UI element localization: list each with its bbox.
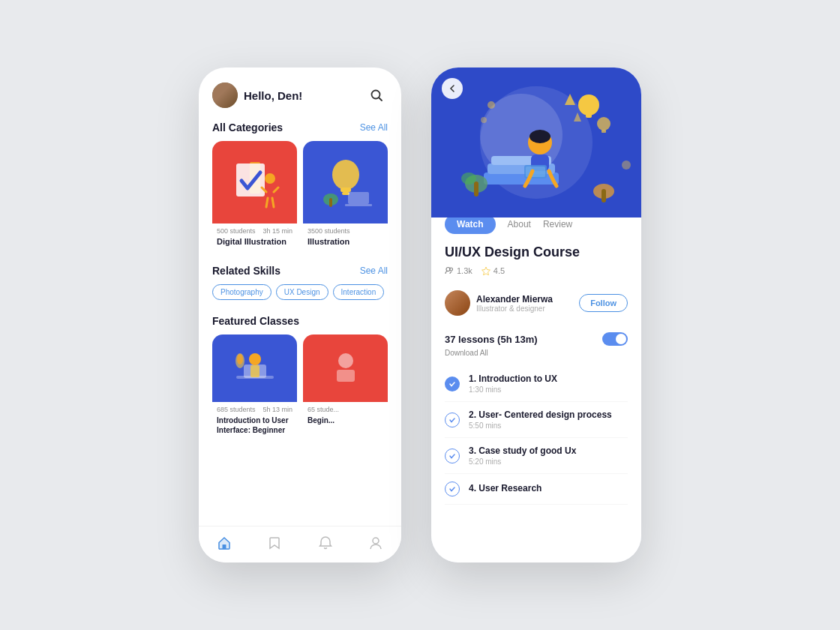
svg-point-0 xyxy=(372,91,380,99)
feat-stats-2: 65 stude... xyxy=(308,406,383,413)
lessons-count: 37 lessons (5h 13m) xyxy=(445,334,538,345)
svg-marker-53 xyxy=(482,267,490,275)
svg-point-4 xyxy=(265,173,275,184)
svg-point-45 xyxy=(461,172,476,184)
svg-point-36 xyxy=(530,130,550,143)
course-title: UI/UX Design Course xyxy=(445,244,628,260)
lesson-name-2: 2. User- Centered design process xyxy=(469,410,612,420)
svg-rect-5 xyxy=(266,184,274,198)
svg-point-10 xyxy=(332,160,359,190)
featured-illustration-1 xyxy=(225,338,285,398)
cat-students: 500 students xyxy=(217,227,256,235)
check-outline-4 xyxy=(445,482,460,496)
svg-line-8 xyxy=(266,198,268,207)
category-card-digital[interactable]: 500 students 3h 15 min Digital Illustrat… xyxy=(212,141,297,250)
star-icon xyxy=(482,266,490,275)
phone-left: Hello, Den! All Categories See All xyxy=(199,68,401,562)
hero-image xyxy=(431,68,641,218)
svg-rect-25 xyxy=(222,544,226,549)
bookmark-icon xyxy=(267,536,282,550)
lesson-text-4: 4. User Research xyxy=(469,483,542,495)
course-meta: 1.3k 4.5 xyxy=(445,266,628,275)
featured-card-ui[interactable]: 685 students 5h 13 min Introduction to U… xyxy=(212,334,297,439)
search-button[interactable] xyxy=(365,84,388,106)
category-card-img-blue xyxy=(303,141,388,224)
cat-stats-illustration: 3500 students xyxy=(308,227,383,235)
tab-review[interactable]: Review xyxy=(543,219,572,230)
check-outline-2 xyxy=(445,412,460,428)
svg-rect-14 xyxy=(329,198,332,207)
tag-photography[interactable]: Photography xyxy=(212,284,272,300)
categories-section-header: All Categories See All xyxy=(199,117,401,141)
toggle-knob xyxy=(616,334,626,344)
lesson-duration-1: 1:30 mins xyxy=(469,386,557,394)
lesson-name-3: 3. Case study of good Ux xyxy=(469,446,576,456)
featured-card-beginner[interactable]: 65 stude... Begin... xyxy=(303,334,388,439)
instructor-avatar xyxy=(445,290,470,316)
tab-about[interactable]: About xyxy=(508,219,531,230)
svg-line-7 xyxy=(274,188,278,192)
feat-students-1: 685 students xyxy=(217,406,256,413)
nav-home[interactable] xyxy=(217,536,232,550)
featured-info-beginner: 65 stude... Begin... xyxy=(303,402,388,429)
skills-section-header: Related Skills See All xyxy=(199,260,401,284)
back-button[interactable] xyxy=(442,78,463,99)
checkmark-icon-3 xyxy=(448,452,456,460)
svg-rect-15 xyxy=(348,192,369,204)
instructor-text: Alexander Mierwa Illustrator & designer xyxy=(476,294,553,313)
feat-name-2: Begin... xyxy=(308,416,383,425)
avatar-image xyxy=(212,82,238,108)
svg-rect-29 xyxy=(484,172,559,184)
lesson-item-3[interactable]: 3. Case study of good Ux 5:20 mins xyxy=(445,438,628,474)
hero-illustration xyxy=(431,68,641,218)
feat-name-1: Introduction to User Interface: Beginner xyxy=(217,416,292,435)
tag-interaction[interactable]: Interaction xyxy=(333,284,385,300)
check-outline-3 xyxy=(445,448,460,464)
svg-rect-47 xyxy=(602,189,606,202)
featured-img-red xyxy=(303,334,388,402)
lesson-item-4[interactable]: 4. User Research xyxy=(445,474,628,505)
skills-title: Related Skills xyxy=(212,265,280,277)
profile-icon xyxy=(368,536,383,550)
bell-icon xyxy=(318,536,333,550)
svg-rect-11 xyxy=(340,188,351,192)
instructor-row: Alexander Mierwa Illustrator & designer … xyxy=(445,284,628,322)
nav-profile[interactable] xyxy=(368,536,383,550)
instructor-name: Alexander Mierwa xyxy=(476,294,553,304)
lesson-item-1[interactable]: 1. Introduction to UX 1:30 mins xyxy=(445,366,628,402)
tag-ux-design[interactable]: UX Design xyxy=(276,284,328,300)
skills-see-all[interactable]: See All xyxy=(360,266,388,276)
svg-point-48 xyxy=(488,101,495,109)
meta-students: 1.3k xyxy=(445,266,472,275)
course-detail: Watch About Review UI/UX Design Course 1… xyxy=(431,202,641,562)
bottom-nav xyxy=(199,526,401,562)
checkmark-icon-4 xyxy=(448,485,456,493)
svg-point-23 xyxy=(338,353,353,368)
category-card-illustration[interactable]: 3500 students Illustration xyxy=(303,141,388,250)
svg-line-1 xyxy=(380,98,382,101)
illustration-icon xyxy=(312,148,380,216)
cat-stats-digital: 500 students 3h 15 min xyxy=(217,227,292,235)
lesson-text-1: 1. Introduction to UX 1:30 mins xyxy=(469,374,557,394)
svg-line-9 xyxy=(272,198,274,207)
svg-point-26 xyxy=(373,538,379,544)
nav-bell[interactable] xyxy=(318,536,333,550)
cat-name-illustration: Illustration xyxy=(308,237,383,246)
categories-grid: 500 students 3h 15 min Digital Illustrat… xyxy=(199,141,401,260)
categories-see-all[interactable]: See All xyxy=(360,122,388,133)
follow-button[interactable]: Follow xyxy=(579,294,628,312)
nav-bookmark[interactable] xyxy=(267,536,282,550)
category-card-img-red xyxy=(212,141,297,224)
download-toggle[interactable] xyxy=(602,332,628,346)
featured-img-blue xyxy=(212,334,297,402)
svg-rect-16 xyxy=(345,204,372,206)
rating-value: 4.5 xyxy=(494,266,505,275)
svg-point-22 xyxy=(237,354,243,364)
skills-tags: Photography UX Design Interaction xyxy=(199,284,401,310)
lesson-name-4: 4. User Research xyxy=(469,483,542,494)
avatar-hello: Hello, Den! xyxy=(212,82,302,108)
lesson-item-2[interactable]: 2. User- Centered design process 5:50 mi… xyxy=(445,402,628,438)
download-all[interactable]: Download All xyxy=(445,349,628,357)
students-icon xyxy=(445,266,454,275)
svg-point-52 xyxy=(450,268,453,271)
